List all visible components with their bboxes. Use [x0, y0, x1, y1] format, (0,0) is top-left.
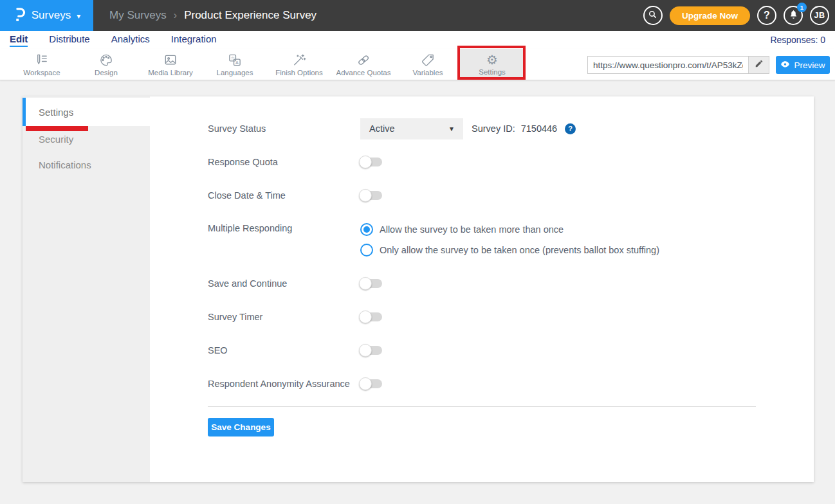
edit-toolbar: Workspace Design Media Library ☆ A La — [0, 49, 835, 80]
respondent-anonymity-toggle[interactable] — [360, 379, 382, 388]
seo-row: SEO — [208, 334, 756, 367]
survey-nav: Edit Distribute Analytics Integration Re… — [0, 31, 835, 49]
survey-id-group: Survey ID: 7150446 — [472, 123, 557, 134]
chain-link-icon — [356, 53, 371, 68]
radio-option-only-once[interactable]: Only allow the survey to be taken once (… — [360, 244, 659, 256]
pencil-icon — [755, 59, 764, 71]
close-date-time-toggle[interactable] — [360, 191, 382, 200]
gear-icon: ⚙ — [486, 53, 498, 67]
breadcrumb-separator-icon: › — [174, 10, 177, 21]
tab-edit[interactable]: Edit — [10, 33, 28, 47]
survey-timer-toggle[interactable] — [360, 312, 382, 321]
breadcrumb-current-survey: Product Experience Survey — [184, 9, 317, 22]
responses-count: Responses: 0 — [770, 35, 825, 45]
radio-option-allow-multiple[interactable]: Allow the survey to be taken more than o… — [360, 223, 659, 236]
product-name: Surveys — [32, 9, 71, 22]
toolbar-item-media-library[interactable]: Media Library — [138, 49, 203, 80]
survey-id-label: Survey ID: — [472, 123, 515, 134]
toggle-knob — [359, 377, 372, 390]
close-date-time-label: Close Date & Time — [208, 190, 360, 201]
seo-label: SEO — [208, 345, 360, 356]
survey-status-row: Survey Status Active ▼ Survey ID: 715044… — [208, 112, 756, 145]
svg-text:☆: ☆ — [230, 55, 234, 60]
chevron-down-icon: ▾ — [77, 10, 80, 21]
save-and-continue-row: Save and Continue — [208, 267, 756, 300]
survey-timer-row: Survey Timer — [208, 300, 756, 334]
breadcrumb: My Surveys › Product Experience Survey — [109, 9, 317, 22]
survey-status-value: Active — [369, 123, 395, 134]
save-and-continue-label: Save and Continue — [208, 278, 360, 289]
survey-timer-label: Survey Timer — [208, 312, 360, 322]
settings-form: Survey Status Active ▼ Survey ID: 715044… — [150, 96, 814, 482]
respondent-anonymity-label: Respondent Anonymity Assurance — [208, 379, 360, 389]
edit-url-button[interactable] — [748, 57, 769, 73]
response-quota-toggle[interactable] — [360, 158, 382, 166]
avatar-initials: JB — [814, 11, 825, 20]
breadcrumb-my-surveys[interactable]: My Surveys — [109, 9, 167, 22]
survey-id-value: 7150446 — [521, 123, 557, 134]
survey-url-box — [587, 56, 769, 74]
search-icon — [647, 9, 658, 22]
tab-distribute[interactable]: Distribute — [49, 33, 89, 47]
active-section-indicator — [23, 98, 26, 126]
toggle-knob — [359, 189, 372, 202]
toggle-knob — [359, 156, 372, 168]
form-divider — [208, 406, 756, 407]
tab-analytics[interactable]: Analytics — [111, 33, 150, 47]
toggle-knob — [359, 277, 372, 290]
multiple-responding-options: Allow the survey to be taken more than o… — [360, 223, 659, 256]
magic-wand-icon — [291, 53, 307, 68]
settings-panel: Settings Security Notifications Survey S… — [23, 96, 814, 482]
upgrade-now-button[interactable]: Upgrade Now — [670, 6, 750, 25]
toggle-knob — [359, 310, 372, 323]
toolbar-item-advance-quotas[interactable]: Advance Quotas — [331, 49, 396, 80]
sidebar-item-notifications[interactable]: Notifications — [23, 152, 150, 177]
palette-icon — [98, 53, 114, 68]
survey-status-dropdown[interactable]: Active ▼ — [360, 118, 463, 140]
image-icon — [163, 53, 178, 68]
sidebar-item-security[interactable]: Security — [23, 126, 150, 152]
help-button[interactable]: ? — [757, 6, 776, 25]
survey-id-help-icon[interactable]: ? — [565, 123, 576, 134]
sidebar-item-settings[interactable]: Settings — [23, 98, 150, 126]
response-quota-row: Response Quota — [208, 145, 756, 179]
seo-toggle[interactable] — [360, 346, 382, 355]
multiple-responding-label: Multiple Responding — [208, 223, 360, 233]
product-switcher[interactable]: Surveys ▾ — [0, 0, 93, 31]
nav-tabs: Edit Distribute Analytics Integration — [10, 33, 217, 47]
header-actions: Upgrade Now ? 1 JB — [643, 6, 835, 25]
toolbar-item-finish-options[interactable]: Finish Options — [267, 49, 331, 80]
workspace-icon — [34, 53, 50, 68]
radio-selected-icon — [360, 223, 373, 236]
toolbar-item-workspace[interactable]: Workspace — [10, 49, 74, 80]
tab-integration[interactable]: Integration — [171, 33, 217, 47]
toolbar-item-variables[interactable]: Variables — [396, 49, 460, 80]
question-mark-icon: ? — [764, 10, 770, 21]
toolbar-item-languages[interactable]: ☆ A Languages — [203, 49, 267, 80]
save-and-continue-toggle[interactable] — [360, 279, 382, 288]
svg-text:A: A — [235, 60, 239, 65]
avatar[interactable]: JB — [810, 6, 829, 25]
multiple-responding-row: Multiple Responding Allow the survey to … — [208, 212, 756, 267]
radio-unselected-icon — [360, 244, 373, 256]
notifications-wrap: 1 — [784, 6, 803, 25]
chevron-down-icon: ▼ — [448, 125, 455, 132]
questionpro-logo-icon — [13, 6, 26, 26]
toggle-knob — [359, 344, 372, 357]
top-header: Surveys ▾ My Surveys › Product Experienc… — [0, 0, 835, 31]
close-date-time-row: Close Date & Time — [208, 179, 756, 212]
respondent-anonymity-row: Respondent Anonymity Assurance — [208, 367, 756, 401]
notification-count-badge: 1 — [797, 3, 807, 12]
toolbar-item-design[interactable]: Design — [74, 49, 138, 80]
settings-sidebar: Settings Security Notifications — [23, 96, 150, 482]
save-changes-button[interactable]: Save Changes — [208, 418, 274, 437]
toolbar-item-settings[interactable]: ⚙ Settings — [460, 49, 524, 80]
survey-url-input[interactable] — [588, 57, 748, 73]
tag-icon — [420, 53, 436, 68]
bell-icon — [789, 10, 798, 22]
response-quota-label: Response Quota — [208, 157, 360, 167]
eye-icon — [780, 60, 790, 70]
preview-button[interactable]: Preview — [776, 56, 830, 74]
survey-status-label: Survey Status — [208, 123, 360, 134]
search-button[interactable] — [643, 6, 663, 25]
